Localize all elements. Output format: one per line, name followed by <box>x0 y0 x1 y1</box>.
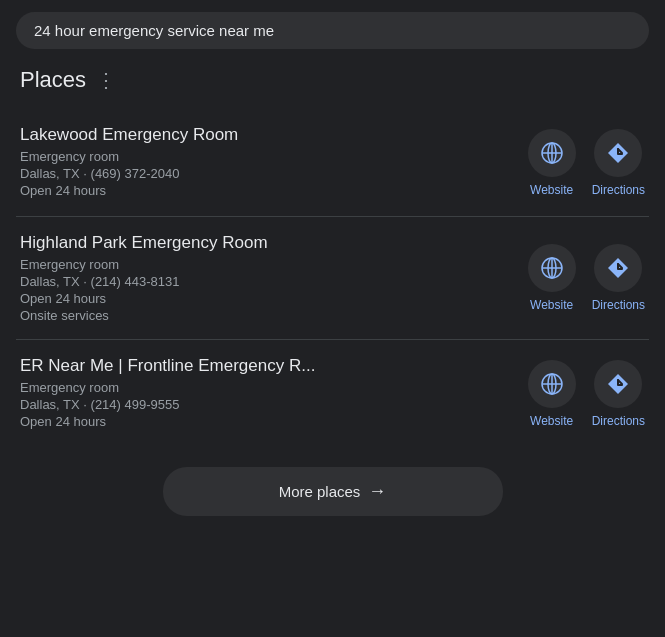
website-icon-circle <box>528 244 576 292</box>
place-hours: Open 24 hours <box>20 183 516 198</box>
places-list: Lakewood Emergency RoomEmergency roomDal… <box>16 109 649 447</box>
directions-icon <box>606 372 630 396</box>
more-icon[interactable]: ⋮ <box>96 68 118 92</box>
place-item: Highland Park Emergency RoomEmergency ro… <box>16 217 649 340</box>
more-places-button[interactable]: More places → <box>163 467 503 516</box>
place-type: Emergency room <box>20 149 516 164</box>
globe-icon <box>540 141 564 165</box>
website-button[interactable]: Website <box>528 360 576 428</box>
more-places-label: More places <box>279 483 361 500</box>
place-hours: Open 24 hours <box>20 291 516 306</box>
place-hours: Open 24 hours <box>20 414 516 429</box>
place-type: Emergency room <box>20 380 516 395</box>
place-location: Dallas, TX · (214) 499-9555 <box>20 397 516 412</box>
directions-label: Directions <box>592 298 645 312</box>
search-text: 24 hour emergency service near me <box>34 22 274 39</box>
search-bar[interactable]: 24 hour emergency service near me <box>16 12 649 49</box>
place-name: ER Near Me | Frontline Emergency R... <box>20 356 516 376</box>
more-places-arrow: → <box>368 481 386 502</box>
globe-icon <box>540 372 564 396</box>
place-name: Lakewood Emergency Room <box>20 125 516 145</box>
website-button[interactable]: Website <box>528 244 576 312</box>
place-actions: Website Directions <box>528 129 645 197</box>
website-icon-circle <box>528 360 576 408</box>
directions-label: Directions <box>592 183 645 197</box>
place-info: Highland Park Emergency RoomEmergency ro… <box>20 233 516 323</box>
website-label: Website <box>530 298 573 312</box>
place-actions: Website Directions <box>528 360 645 428</box>
directions-icon-circle <box>594 244 642 292</box>
directions-button[interactable]: Directions <box>592 244 645 312</box>
place-info: Lakewood Emergency RoomEmergency roomDal… <box>20 125 516 200</box>
section-title: Places <box>20 67 86 93</box>
place-extra: Onsite services <box>20 308 516 323</box>
website-label: Website <box>530 183 573 197</box>
place-type: Emergency room <box>20 257 516 272</box>
place-item: Lakewood Emergency RoomEmergency roomDal… <box>16 109 649 217</box>
place-info: ER Near Me | Frontline Emergency R...Eme… <box>20 356 516 431</box>
directions-button[interactable]: Directions <box>592 129 645 197</box>
directions-label: Directions <box>592 414 645 428</box>
globe-icon <box>540 256 564 280</box>
directions-icon-circle <box>594 360 642 408</box>
place-actions: Website Directions <box>528 244 645 312</box>
directions-icon-circle <box>594 129 642 177</box>
section-header: Places ⋮ <box>16 67 649 93</box>
directions-icon <box>606 141 630 165</box>
directions-icon <box>606 256 630 280</box>
place-name: Highland Park Emergency Room <box>20 233 516 253</box>
website-label: Website <box>530 414 573 428</box>
place-location: Dallas, TX · (214) 443-8131 <box>20 274 516 289</box>
website-icon-circle <box>528 129 576 177</box>
directions-button[interactable]: Directions <box>592 360 645 428</box>
place-item: ER Near Me | Frontline Emergency R...Eme… <box>16 340 649 447</box>
website-button[interactable]: Website <box>528 129 576 197</box>
place-location: Dallas, TX · (469) 372-2040 <box>20 166 516 181</box>
